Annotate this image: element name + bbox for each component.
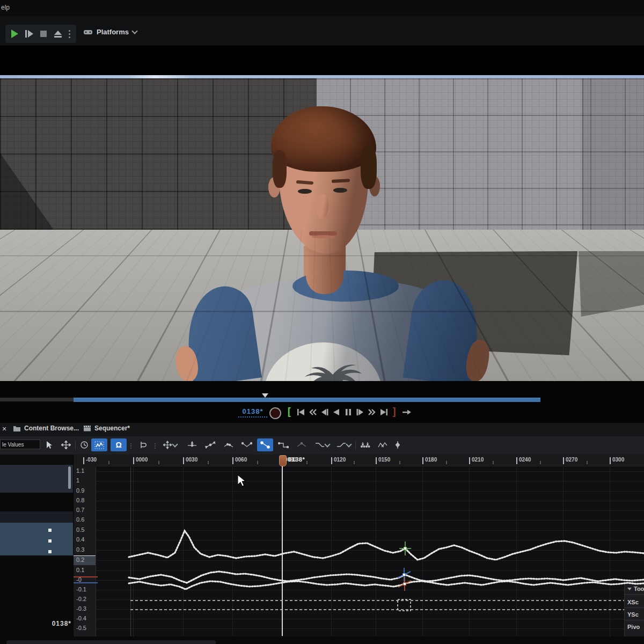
grid-hline [96,580,644,581]
step-forward-button[interactable] [355,408,365,416]
constant-tangents-button[interactable] [276,438,290,451]
jump-back-button[interactable] [308,408,318,416]
record-button[interactable] [269,407,281,419]
loop-start-bracket[interactable]: [ [286,406,292,418]
grid-hline [96,550,644,551]
step-back-button[interactable] [320,408,330,416]
toolbar-kebab-2[interactable] [155,443,156,449]
tab-close-button[interactable]: × [2,425,6,433]
grid-vline [133,467,134,636]
curve-view-toggle-button[interactable] [91,438,107,451]
value-tick-label: 0.5 [76,526,84,533]
grid-vline [610,467,610,636]
grid-hline [96,599,644,600]
clock-icon [80,441,89,449]
mirror-tangent-icon [241,441,252,449]
playback-mode-button[interactable] [401,408,411,416]
frame-skip-button[interactable] [25,30,33,38]
post-infinity-button[interactable] [334,438,353,451]
grid-hline [96,619,644,619]
ruler-tick-label: 0150 [378,457,390,463]
outline-row-2[interactable] [0,511,73,523]
pivot-label: Pivo [627,624,640,630]
scrubber-playhead-triangle[interactable] [262,393,268,398]
linear-tangents-button[interactable] [257,438,273,451]
jump-forward-button[interactable] [367,408,377,416]
go-to-end-button[interactable] [379,408,389,416]
grid-hline [96,530,644,531]
key-filter-button[interactable] [391,438,405,451]
pre-infinity-button[interactable] [313,438,331,451]
grid-vline [469,467,470,636]
go-to-start-button[interactable] [296,408,306,416]
ruler-tick [83,457,84,464]
outline-key-dot [48,539,52,543]
curve-editor-toolbar: Ω [0,436,644,455]
grid-hline [96,481,644,481]
value-axis[interactable]: 1.110.90.80.70.60.50.40.30.20.1-0-0.1-0.… [74,467,96,636]
chevron-down-icon [346,441,352,447]
scrubber-track-left[interactable] [0,398,74,401]
scene-wall-left [0,78,316,230]
tools-section-header[interactable]: Too [627,586,644,592]
frame-selection-button[interactable] [59,438,73,451]
current-frame-field[interactable]: 0138* [238,407,267,418]
simplify-keys-button[interactable] [376,438,390,451]
tools-header-label: Too [634,586,644,592]
stop-button[interactable] [40,31,47,37]
ruler-tick [610,457,611,464]
straighten-tangents-button[interactable] [203,438,217,451]
play-reverse-button[interactable] [332,408,341,416]
toolbar-kebab[interactable] [130,443,131,449]
curve-start-boundary [130,467,131,636]
outline-key-dot [48,550,52,553]
help-menu[interactable]: elp [1,4,10,11]
pause-button[interactable] [343,408,353,416]
eject-button[interactable] [54,31,62,38]
tab-content-browser[interactable]: Content Browse... [13,425,79,432]
platforms-button[interactable]: Platforms [83,28,137,36]
xscale-row[interactable]: XSc [627,599,639,605]
pre-infinity-icon [314,441,325,449]
yscale-row[interactable]: YSc [627,611,639,618]
ruler-tick-label: 0210 [472,457,484,463]
simplify-keys-icon [377,441,388,449]
outline-scrollbar[interactable] [68,466,71,489]
pin-curves-button[interactable] [136,438,150,451]
unreal-editor-window: elp Platforms [0,0,644,644]
playhead-line[interactable] [282,465,283,636]
outline-row-selected[interactable] [0,523,73,555]
playhead-marker[interactable] [279,455,287,466]
gamepad-icon [83,29,93,35]
curve-filter-input[interactable] [0,440,40,449]
main-toolbar: Platforms [0,16,644,46]
scrubber-range-bar[interactable] [74,398,540,402]
pivot-row[interactable]: Pivo [627,624,640,630]
mirror-tangents-button[interactable] [240,438,254,451]
time-snap-button[interactable] [77,438,91,451]
character-neck-front [306,252,343,294]
xscale-label: XSc [627,599,639,605]
timeline-ruler[interactable]: -030000000300060009001200150018002100240… [74,455,644,467]
value-tick-label: -0.4 [76,615,86,621]
normalized-view-button[interactable]: Ω [111,438,127,451]
play-button[interactable] [11,30,18,38]
play-options-kebab[interactable] [69,30,70,38]
grid-vline [516,467,517,636]
flatten-tangents-button[interactable] [185,438,199,451]
outline-row[interactable] [0,465,73,493]
transform-tool-button[interactable] [161,438,179,451]
play-controls-group [5,25,76,43]
ruler-tick [183,457,184,464]
bake-keys-button[interactable] [358,438,372,451]
chevron-down-icon [131,28,137,34]
break-tangents-button[interactable] [222,438,236,451]
tab-sequencer[interactable]: Sequencer* [83,425,130,432]
character-hair-side-left [273,150,287,188]
linear-tangent-icon [260,441,270,449]
weighted-tangents-button[interactable] [295,438,309,451]
select-tool-button[interactable] [42,438,56,451]
loop-end-bracket[interactable]: ] [391,406,397,418]
level-viewport[interactable] [0,46,644,381]
curve-grid[interactable] [96,467,644,636]
